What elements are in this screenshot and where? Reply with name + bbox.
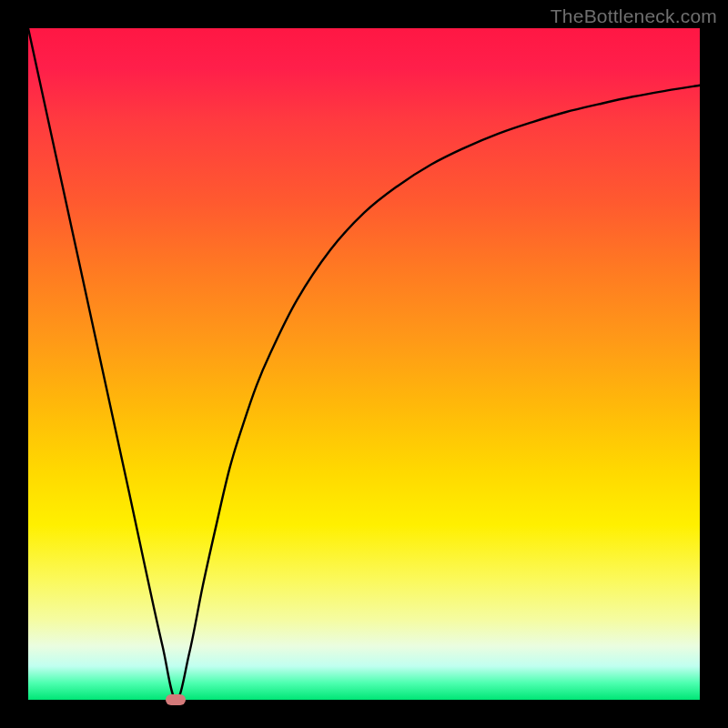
plot-area xyxy=(28,28,700,700)
watermark-text: TheBottleneck.com xyxy=(551,5,717,27)
bottleneck-curve xyxy=(28,28,700,700)
curve-svg xyxy=(28,28,700,700)
optimal-point-marker xyxy=(166,694,186,705)
